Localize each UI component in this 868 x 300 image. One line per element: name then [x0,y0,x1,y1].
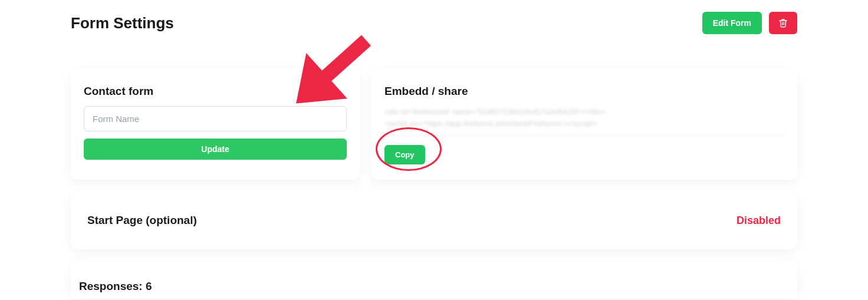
start-page-title: Start Page (optional) [87,214,197,227]
trash-icon [778,18,788,28]
edit-form-button[interactable]: Edit Form [702,12,762,34]
responses-title: Responses: 6 [79,280,789,293]
delete-button[interactable] [769,12,797,34]
form-embed-row: Contact form Update Embedd / share <div … [71,68,797,180]
update-button[interactable]: Update [84,139,347,160]
responses-card: Responses: 6 [71,261,797,299]
embed-line-2: <script src='https://app.fireforms.io/em… [384,119,597,128]
embed-code-preview: <div id='fireformsid' name='51d83723bd10… [384,106,784,136]
form-name-title: Contact form [84,85,347,98]
page-header: Form Settings Edit Form [71,12,797,34]
embed-share-card: Embedd / share <div id='fireformsid' nam… [371,68,797,180]
page-title: Form Settings [71,14,174,32]
embed-title: Embedd / share [384,85,784,98]
start-page-card: Start Page (optional) Disabled [71,192,797,249]
copy-button[interactable]: Copy [384,145,425,164]
embed-line-1: <div id='fireformsid' name='51d83723bd10… [384,107,605,116]
form-name-card: Contact form Update [71,68,360,180]
start-page-status: Disabled [737,215,781,227]
form-name-input[interactable] [84,106,347,131]
header-actions: Edit Form [702,12,797,34]
